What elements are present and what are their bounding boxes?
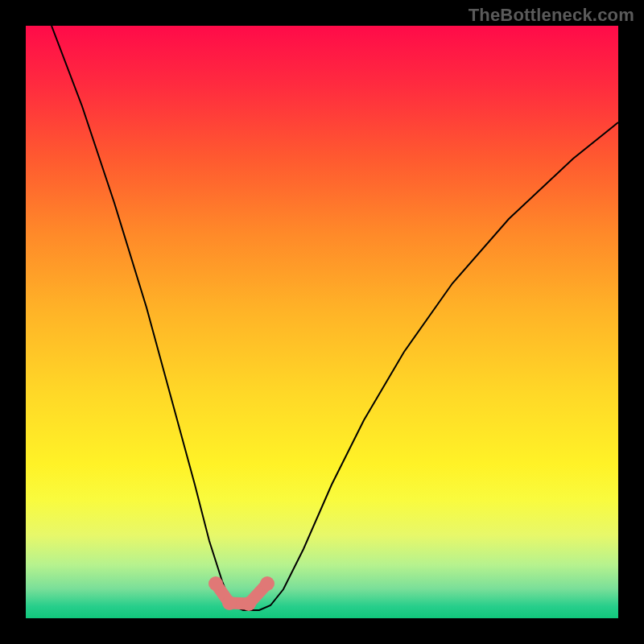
bottleneck-curve-svg [26, 26, 618, 618]
curve-marker [208, 576, 223, 591]
curve-marker [242, 597, 256, 611]
curve-path [52, 26, 618, 610]
chart-plot-area [26, 26, 618, 618]
watermark-text: TheBottleneck.com [469, 5, 634, 26]
curve-marker [222, 596, 237, 610]
curve-marker [260, 576, 275, 591]
